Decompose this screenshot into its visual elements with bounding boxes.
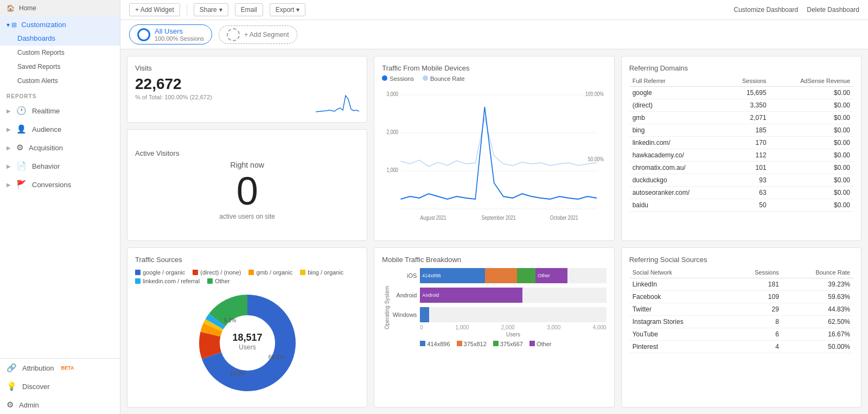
x-axis-label: Users bbox=[390, 332, 606, 337]
bar-label-windows: Windows bbox=[390, 311, 420, 318]
table-row: Twitter2944.83% bbox=[629, 303, 853, 315]
sidebar-item-customization[interactable]: ▾ ⊞ Customization bbox=[0, 16, 120, 31]
legend-label-linkedin: linkedin.com / referral bbox=[143, 278, 200, 284]
table-row: gmb2,071$0.00 bbox=[629, 112, 853, 124]
col-bounce: Bounce Rate bbox=[782, 267, 853, 278]
active-count: 0 bbox=[237, 171, 258, 211]
nav-expand-icon5: ▶ bbox=[7, 182, 11, 188]
nav-expand-icon3: ▶ bbox=[7, 145, 11, 151]
table-row: (direct)3,350$0.00 bbox=[629, 99, 853, 112]
add-widget-button[interactable]: + Add Widget bbox=[129, 3, 180, 16]
delete-dashboard-link[interactable]: Delete Dashboard bbox=[807, 6, 859, 14]
table-row: bing185$0.00 bbox=[629, 124, 853, 137]
svg-text:9.1%: 9.1% bbox=[224, 317, 236, 323]
sidebar-item-admin[interactable]: ⚙ Admin bbox=[0, 396, 120, 414]
topbar-divider bbox=[187, 4, 187, 15]
mobile-chart-legend: Sessions Bounce Rate bbox=[382, 75, 606, 82]
realtime-icon: 🕐 bbox=[16, 106, 27, 116]
email-button[interactable]: Email bbox=[235, 3, 263, 16]
all-users-segment[interactable]: All Users 100.00% Sessions bbox=[129, 24, 212, 44]
sidebar-item-behavior[interactable]: ▶ 📄 Behavior bbox=[0, 157, 120, 175]
sidebar-item-dashboards[interactable]: Dashboards bbox=[0, 31, 120, 46]
email-label: Email bbox=[241, 6, 257, 14]
ios-seg-375-812 bbox=[485, 268, 516, 283]
add-segment-label: + Add Segment bbox=[244, 31, 289, 39]
legend-dot-gmb bbox=[248, 270, 254, 275]
visits-sparkline bbox=[316, 93, 359, 114]
discover-label: Discover bbox=[22, 383, 50, 391]
acquisition-label: Acquisition bbox=[29, 144, 63, 152]
share-chevron-icon: ▾ bbox=[219, 6, 222, 14]
realtime-label: Realtime bbox=[32, 107, 60, 115]
sidebar-item-attribution[interactable]: 🔗 Attribution BETA bbox=[0, 359, 120, 377]
legend-direct: (direct) / (none) bbox=[193, 269, 241, 276]
traffic-sources-title: Traffic Sources bbox=[135, 256, 359, 264]
add-segment-circle bbox=[227, 28, 240, 41]
discover-icon: 💡 bbox=[7, 381, 17, 391]
traffic-sources-card: Traffic Sources google / organic (direct… bbox=[127, 247, 367, 407]
visits-value: 22,672 bbox=[135, 75, 359, 93]
active-users-label: active users on site bbox=[219, 213, 275, 220]
custom-alerts-label: Custom Alerts bbox=[17, 77, 58, 85]
svg-text:14.8%: 14.8% bbox=[229, 371, 245, 377]
sidebar-item-audience[interactable]: ▶ 👤 Audience bbox=[0, 120, 120, 138]
sidebar-item-conversions[interactable]: ▶ 🚩 Conversions bbox=[0, 175, 120, 194]
customize-dashboard-link[interactable]: Customize Dashboard bbox=[734, 6, 799, 14]
ios-seg-other: Other bbox=[535, 268, 567, 283]
sidebar-item-custom-reports[interactable]: Custom Reports bbox=[0, 46, 120, 60]
add-widget-label: + Add Widget bbox=[135, 6, 174, 14]
home-icon: 🏠 bbox=[7, 4, 15, 12]
sidebar-item-discover[interactable]: 💡 Discover bbox=[0, 377, 120, 396]
visits-card: Visits 22,672 % of Total: 100.00% (22,67… bbox=[127, 56, 367, 123]
table-row: linkedin.com/170$0.00 bbox=[629, 137, 853, 149]
attribution-icon: 🔗 bbox=[7, 363, 17, 373]
col-referrer: Full Referrer bbox=[629, 75, 724, 87]
ios-seg-414: 414x896 bbox=[420, 268, 485, 283]
legend-dot-bing bbox=[300, 270, 305, 275]
admin-icon: ⚙ bbox=[7, 400, 14, 410]
svg-text:September 2021: September 2021 bbox=[482, 215, 516, 221]
legend-label-bing: bing / organic bbox=[308, 269, 343, 276]
svg-text:Users: Users bbox=[239, 343, 256, 351]
legend-google: google / organic bbox=[135, 269, 185, 276]
custom-reports-label: Custom Reports bbox=[17, 49, 65, 56]
legend-bing: bing / organic bbox=[300, 269, 343, 276]
main-content: + Add Widget Share ▾ Email Export ▾ Cust… bbox=[120, 0, 868, 414]
legend-gmb: gmb / organic bbox=[248, 269, 292, 276]
active-visitors-card: Active Visitors Right now 0 active users… bbox=[127, 129, 367, 241]
bar-label-ios: iOS bbox=[390, 272, 420, 279]
beta-badge: BETA bbox=[61, 365, 74, 371]
legend-other: Other bbox=[207, 278, 230, 284]
table-row: chromatix.com.au/101$0.00 bbox=[629, 162, 853, 174]
legend-dot-direct bbox=[193, 270, 198, 275]
add-segment-button[interactable]: + Add Segment bbox=[219, 26, 297, 44]
svg-text:18,517: 18,517 bbox=[232, 332, 262, 343]
col-network: Social Network bbox=[629, 267, 729, 278]
sidebar-item-custom-alerts[interactable]: Custom Alerts bbox=[0, 74, 120, 88]
mobile-breakdown-title: Mobile Traffic Breakdown bbox=[382, 256, 606, 264]
topbar-right: Customize Dashboard Delete Dashboard bbox=[734, 6, 859, 14]
saved-reports-label: Saved Reports bbox=[17, 63, 60, 71]
export-button[interactable]: Export ▾ bbox=[270, 3, 306, 16]
home-label: Home bbox=[19, 4, 36, 12]
active-visitors-title: Active Visitors bbox=[135, 149, 179, 157]
share-button[interactable]: Share ▾ bbox=[194, 3, 228, 16]
export-label: Export bbox=[276, 6, 295, 14]
svg-text:3,000: 3,000 bbox=[387, 91, 399, 97]
sidebar-item-home[interactable]: 🏠 Home bbox=[0, 0, 120, 16]
sidebar-item-saved-reports[interactable]: Saved Reports bbox=[0, 60, 120, 74]
segment-name: All Users bbox=[155, 27, 204, 35]
sidebar-item-realtime[interactable]: ▶ 🕐 Realtime bbox=[0, 101, 120, 120]
referring-social-card: Referring Social Sources Social Network … bbox=[621, 247, 861, 407]
mobile-line-chart: 3,000 2,000 1,000 100.00% 50.00% bbox=[382, 85, 606, 226]
table-row: LinkedIn18139.23% bbox=[629, 278, 853, 290]
sidebar-item-acquisition[interactable]: ▶ ⚙ Acquisition bbox=[0, 138, 120, 157]
customization-label: Customization bbox=[21, 21, 66, 29]
table-row: duckduckgo93$0.00 bbox=[629, 174, 853, 187]
dashboards-label: Dashboards bbox=[17, 34, 55, 42]
referring-domains-header: Full Referrer Sessions AdSense Revenue bbox=[629, 75, 853, 87]
audience-label: Audience bbox=[32, 125, 61, 133]
dashboard-content: Visits 22,672 % of Total: 100.00% (22,67… bbox=[120, 49, 868, 414]
bar-row-windows: Windows bbox=[390, 307, 606, 322]
table-row: baidu50$0.00 bbox=[629, 199, 853, 212]
